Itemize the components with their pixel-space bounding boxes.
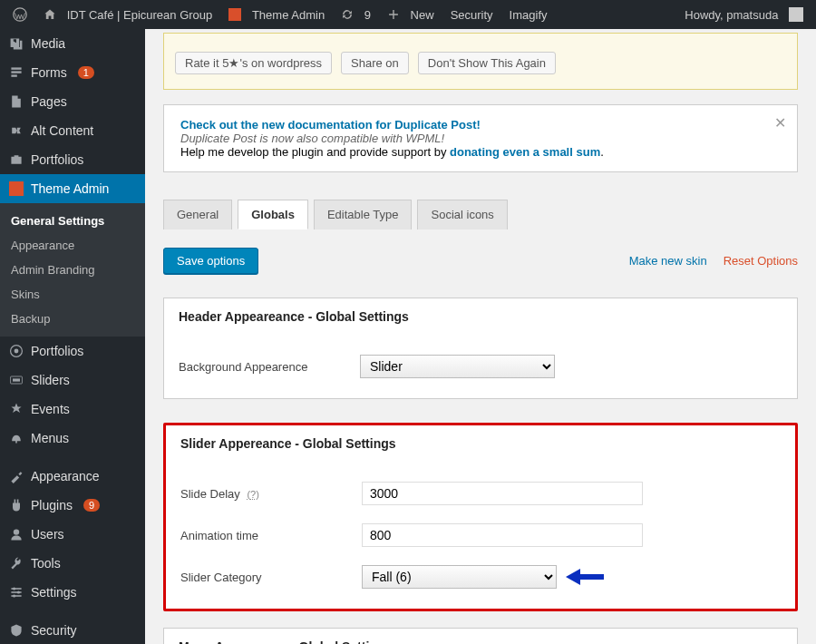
sidebar-item-pages[interactable]: Pages bbox=[0, 87, 145, 116]
svg-point-12 bbox=[13, 587, 15, 590]
share-button[interactable]: Share on bbox=[341, 52, 409, 74]
slider-category-label: Slider Category bbox=[180, 571, 362, 584]
submenu-appearance[interactable]: Appearance bbox=[0, 233, 145, 258]
sidebar-item-label: Events bbox=[31, 402, 70, 416]
sidebar-item-events[interactable]: Events bbox=[0, 395, 145, 424]
submenu-admin-branding[interactable]: Admin Branding bbox=[0, 258, 145, 282]
notice-line-3b: . bbox=[600, 145, 604, 159]
sidebar-item-sliders[interactable]: Sliders bbox=[0, 366, 145, 395]
panel-title: Slider Appereance - Global Settings bbox=[180, 425, 781, 463]
svg-point-8 bbox=[14, 529, 19, 534]
sidebar-item-label: Media bbox=[31, 36, 65, 51]
sidebar-item-label: Pages bbox=[31, 94, 67, 109]
slider-appearance-panel: Slider Appereance - Global Settings Slid… bbox=[163, 423, 798, 611]
notice-line-2: Duplicate Post is now also compatible wi… bbox=[180, 132, 444, 145]
tab-globals[interactable]: Globals bbox=[238, 200, 308, 229]
make-new-skin-link[interactable]: Make new skin bbox=[629, 254, 707, 268]
sidebar-item-theme-admin[interactable]: Theme Admin bbox=[0, 174, 145, 203]
svg-point-5 bbox=[15, 349, 19, 354]
settings-tabs: General Globals Editable Type Social ico… bbox=[163, 200, 798, 229]
wp-logo-icon[interactable] bbox=[7, 7, 33, 22]
site-name[interactable]: IDT Café | Epicurean Group bbox=[38, 8, 218, 22]
howdy-account[interactable]: Howdy, pmatsuda bbox=[679, 7, 809, 22]
slider-category-select[interactable]: Fall (6) bbox=[362, 565, 557, 589]
reset-options-link[interactable]: Reset Options bbox=[724, 254, 798, 268]
badge-count: 1 bbox=[78, 66, 94, 79]
slide-delay-input[interactable] bbox=[362, 482, 643, 505]
sidebar-item-security[interactable]: Security bbox=[0, 616, 145, 644]
sidebar-item-label: Theme Admin bbox=[31, 181, 109, 196]
imagify-toolbar[interactable]: Imagify bbox=[504, 8, 553, 22]
tab-social-icons[interactable]: Social icons bbox=[417, 200, 507, 229]
sidebar-item-label: Portfolios bbox=[31, 152, 83, 167]
sidebar-item-label: Sliders bbox=[31, 373, 70, 387]
sidebar-item-label: Portfolios bbox=[31, 344, 83, 358]
rating-notice: Rate it 5★'s on wordpress Share on Don't… bbox=[163, 33, 798, 90]
panel-title: Header Appeareance - Global Settings bbox=[179, 298, 782, 337]
rate-button[interactable]: Rate it 5★'s on wordpress bbox=[175, 52, 332, 74]
submenu-general-settings[interactable]: General Settings bbox=[0, 209, 145, 233]
help-icon[interactable]: (?) bbox=[247, 489, 258, 500]
menu-appearance-panel: Menu Appearance - Global Settings bbox=[163, 628, 798, 644]
sidebar-item-portfolios[interactable]: Portfolios bbox=[0, 145, 145, 174]
sidebar-item-plugins[interactable]: Plugins9 bbox=[0, 491, 145, 520]
sidebar-item-settings[interactable]: Settings bbox=[0, 578, 145, 607]
action-row: Save options Make new skin Reset Options bbox=[163, 248, 798, 274]
sidebar-item-alt-content[interactable]: Alt Content bbox=[0, 116, 145, 145]
sidebar-item-label: Alt Content bbox=[31, 123, 93, 138]
sidebar-item-forms[interactable]: Forms1 bbox=[0, 58, 145, 87]
dismiss-rating-button[interactable]: Don't Show This Again bbox=[418, 52, 556, 74]
panel-title: Menu Appearance - Global Settings bbox=[179, 639, 782, 644]
notice-line-3a: Help me develop the plugin and provide s… bbox=[180, 145, 450, 159]
docs-link[interactable]: Check out the new documentation for Dupl… bbox=[180, 118, 481, 132]
animation-time-label: Animation time bbox=[180, 529, 362, 542]
background-appearance-select[interactable]: Slider bbox=[360, 355, 555, 378]
sidebar-item-portfolios-2[interactable]: Portfolios bbox=[0, 337, 145, 366]
tab-editable-type[interactable]: Editable Type bbox=[314, 200, 413, 229]
svg-rect-7 bbox=[13, 378, 20, 381]
content-area: Rate it 5★'s on wordpress Share on Don't… bbox=[145, 33, 816, 644]
submenu-skins[interactable]: Skins bbox=[0, 282, 145, 307]
svg-point-14 bbox=[13, 594, 15, 597]
sidebar-item-label: Users bbox=[31, 527, 64, 542]
avatar bbox=[789, 7, 803, 22]
submenu-backup[interactable]: Backup bbox=[0, 307, 145, 331]
sidebar-item-label: Security bbox=[31, 623, 77, 638]
sidebar-item-label: Menus bbox=[31, 431, 69, 445]
animation-time-input[interactable] bbox=[362, 523, 643, 547]
sidebar-item-appearance[interactable]: Appearance bbox=[0, 462, 145, 491]
sidebar-item-label: Plugins bbox=[31, 498, 73, 512]
security-toolbar[interactable]: Security bbox=[445, 8, 499, 22]
slide-delay-label: Slide Delay (?) bbox=[180, 487, 362, 501]
theme-admin-submenu: General Settings Appearance Admin Brandi… bbox=[0, 203, 145, 337]
sidebar-item-label: Settings bbox=[31, 585, 77, 600]
sidebar-item-menus[interactable]: Menus bbox=[0, 424, 145, 453]
svg-rect-3 bbox=[11, 74, 16, 76]
callout-arrow-icon bbox=[566, 565, 604, 589]
new-content-toolbar[interactable]: New bbox=[382, 8, 440, 22]
header-appearance-panel: Header Appeareance - Global Settings Bac… bbox=[163, 298, 798, 399]
background-appearance-label: Background Appearence bbox=[179, 360, 360, 374]
theme-admin-toolbar[interactable]: Theme Admin bbox=[223, 8, 330, 22]
sidebar-item-media[interactable]: Media bbox=[0, 29, 145, 58]
svg-point-13 bbox=[17, 590, 20, 593]
sidebar-item-tools[interactable]: Tools bbox=[0, 549, 145, 578]
dismiss-notice-icon[interactable]: ✕ bbox=[774, 114, 786, 132]
svg-rect-2 bbox=[11, 71, 21, 73]
svg-rect-1 bbox=[11, 67, 21, 69]
sidebar-item-label: Tools bbox=[31, 556, 61, 571]
donate-link[interactable]: donating even a small sum bbox=[450, 145, 600, 159]
save-options-button[interactable]: Save options bbox=[163, 248, 258, 274]
theme-icon bbox=[9, 181, 24, 196]
tab-general[interactable]: General bbox=[163, 200, 232, 229]
admin-sidebar: Media Forms1 Pages Alt Content Portfolio… bbox=[0, 29, 145, 644]
badge-count: 9 bbox=[83, 499, 100, 512]
admin-bar: IDT Café | Epicurean Group Theme Admin 9… bbox=[0, 0, 816, 29]
sidebar-item-label: Forms bbox=[31, 65, 67, 80]
sidebar-item-label: Appearance bbox=[31, 469, 100, 483]
duplicate-post-notice: ✕ Check out the new documentation for Du… bbox=[163, 104, 798, 172]
sidebar-item-users[interactable]: Users bbox=[0, 520, 145, 549]
updates-toolbar[interactable]: 9 bbox=[335, 8, 376, 22]
